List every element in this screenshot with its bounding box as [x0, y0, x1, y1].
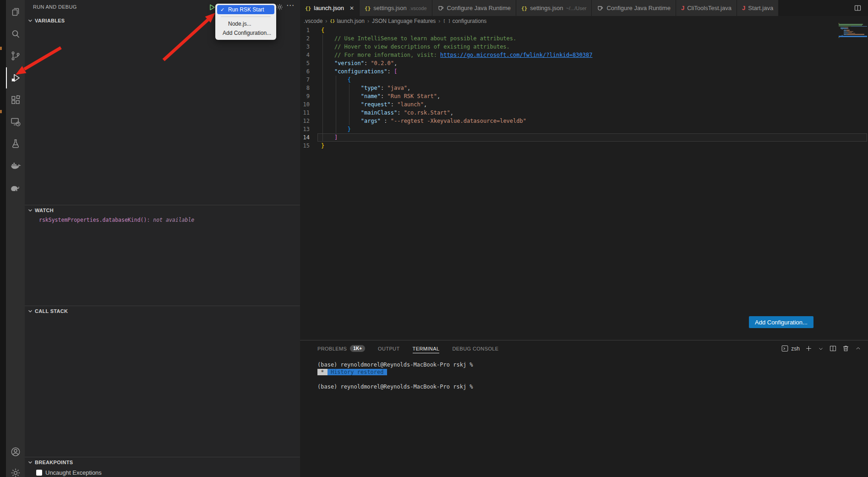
breadcrumb-item[interactable]: .vscode — [304, 18, 322, 24]
launch-profile-dropdown-icon[interactable] — [818, 345, 824, 352]
line-number: 8 — [300, 84, 310, 92]
code-line[interactable]: 4 // For more information, visit: https:… — [300, 51, 868, 59]
shell-terminal-icon[interactable]: zsh — [781, 345, 800, 352]
menu-item-node-js-[interactable]: Node.js... — [217, 19, 274, 28]
editor-tab-configure-java-runtime[interactable]: Configure Java Runtime — [592, 0, 676, 16]
sidebar-more-actions-icon[interactable]: ⋯ — [286, 0, 295, 10]
code-editor[interactable]: 1{2 // Use IntelliSense to learn about p… — [300, 26, 868, 340]
kill-terminal-icon[interactable] — [842, 345, 850, 352]
activity-extensions-icon[interactable] — [10, 94, 21, 105]
code-line[interactable]: 8 "type": "java", — [300, 84, 868, 92]
code-text: // For more information, visit: https://… — [310, 51, 592, 59]
code-line[interactable]: 11 "mainClass": "co.rsk.Start", — [300, 109, 868, 117]
menu-item-label: Node.js... — [228, 21, 251, 27]
maximize-panel-icon[interactable] — [855, 345, 862, 352]
code-line[interactable]: 5 "version": "0.2.0", — [300, 59, 868, 67]
code-line[interactable]: 13 } — [300, 125, 868, 133]
tab-label: settings.json — [373, 5, 406, 11]
code-line[interactable]: 6 "configurations": [ — [300, 67, 868, 76]
watch-expression[interactable]: rskSystemProperties.databaseKind(): not … — [39, 217, 300, 223]
activity-bar — [6, 0, 25, 477]
activity-source-control-icon[interactable] — [10, 50, 21, 61]
line-number: 12 — [300, 117, 310, 125]
activity-bar-bottom — [6, 446, 25, 477]
activity-remote-explorer-icon[interactable] — [10, 116, 21, 127]
start-debugging-play-icon[interactable] — [208, 4, 216, 13]
breadcrumb-item[interactable]: JSON Language Features — [372, 18, 436, 24]
breadcrumb: .vscode›{}launch.json›JSON Language Feat… — [300, 16, 868, 26]
tab-label: launch.json — [314, 5, 344, 11]
problems-count-badge: 1K+ — [350, 345, 365, 352]
activity-docker-icon[interactable] — [10, 160, 21, 171]
activity-run-and-debug-icon[interactable] — [10, 72, 21, 83]
activity-search-icon[interactable] — [10, 28, 21, 39]
editor-tab-configure-java-runtime[interactable]: Configure Java Runtime — [432, 0, 516, 16]
line-number: 4 — [300, 51, 310, 59]
code-line[interactable]: 3 // Hover to view descriptions of exist… — [300, 43, 868, 51]
panel-tab-problems[interactable]: PROBLEMS1K+ — [317, 340, 365, 356]
panel-tab-label: OUTPUT — [378, 346, 400, 351]
editor-tab-settings-json[interactable]: {}settings.json~/.../User — [516, 0, 592, 16]
activity-explorer-icon[interactable] — [10, 6, 21, 17]
watch-section: WATCH rskSystemProperties.databaseKind()… — [25, 205, 300, 223]
menu-item-add-configuration-[interactable]: Add Configuration... — [217, 28, 274, 38]
line-number: 1 — [300, 26, 310, 34]
split-editor-icon[interactable] — [854, 0, 868, 16]
check-icon: ✓ — [220, 7, 226, 13]
edge-marker — [0, 47, 2, 50]
activity-settings-icon[interactable] — [10, 467, 21, 477]
json-file-icon: {} — [521, 5, 527, 11]
uncaught-exceptions-checkbox[interactable] — [36, 470, 42, 476]
code-text: "configurations": [ — [310, 67, 397, 76]
code-line[interactable]: 9 "name": "Run RSK Start", — [300, 92, 868, 100]
breakpoints-section-header[interactable]: BREAKPOINTS — [25, 457, 300, 467]
line-number: 5 — [300, 59, 310, 67]
line-number: 13 — [300, 125, 310, 133]
split-terminal-icon[interactable] — [829, 345, 837, 352]
code-line[interactable]: 14 ] — [300, 133, 868, 142]
editor-region: {}launch.json✕{}settings.json.vscodeConf… — [300, 0, 868, 340]
code-line[interactable]: 1{ — [300, 26, 868, 34]
new-terminal-icon[interactable] — [805, 345, 813, 352]
terminal-line — [317, 376, 868, 383]
breadcrumb-item[interactable]: [ ]configurations — [443, 18, 486, 24]
editor-tab-clitoolstest-java[interactable]: JCliToolsTest.java — [676, 0, 737, 16]
code-line[interactable]: 15} — [300, 142, 868, 150]
code-link[interactable]: https://go.microsoft.com/fwlink/?linkid=… — [440, 52, 592, 58]
terminal-line: (base) reynoldmorel@Reynolds-MacBook-Pro… — [317, 383, 868, 390]
call-stack-section-header[interactable]: CALL STACK — [25, 306, 300, 316]
breadcrumb-label: .vscode — [304, 18, 322, 24]
java-runtime-file-icon — [597, 5, 604, 11]
call-stack-label: CALL STACK — [35, 308, 68, 314]
add-configuration-button[interactable]: Add Configuration... — [749, 316, 813, 328]
close-icon[interactable]: ✕ — [349, 5, 354, 11]
code-line[interactable]: 12 "args" : "--regtest -Xkeyvalue.dataso… — [300, 117, 868, 125]
minimap-line — [839, 37, 867, 38]
panel-tab-debug-console[interactable]: DEBUG CONSOLE — [452, 340, 498, 356]
debug-settings-gear-icon[interactable] — [276, 3, 284, 11]
code-line[interactable]: 2 // Use IntelliSense to learn about pos… — [300, 34, 868, 43]
panel-tab-label: TERMINAL — [413, 346, 440, 351]
line-number: 3 — [300, 43, 310, 51]
activity-testing-icon[interactable] — [10, 138, 21, 149]
menu-item-label: Run RSK Start — [228, 6, 264, 13]
menu-separator — [221, 16, 271, 17]
breadcrumb-item[interactable]: {}launch.json — [330, 18, 365, 24]
window-edge-strip — [0, 0, 6, 477]
menu-item-run-rsk-start[interactable]: ✓Run RSK Start — [217, 5, 274, 14]
activity-accounts-icon[interactable] — [10, 446, 21, 457]
line-number: 10 — [300, 100, 310, 109]
editor-tab-start-java[interactable]: JStart.java — [737, 0, 779, 16]
panel-tab-terminal[interactable]: TERMINAL — [413, 340, 440, 356]
code-line[interactable]: 10 "request": "launch", — [300, 100, 868, 109]
sidebar-title: RUN AND DEBUG — [33, 4, 77, 10]
panel-tab-output[interactable]: OUTPUT — [378, 340, 400, 356]
editor-tab-launch-json[interactable]: {}launch.json✕ — [300, 0, 360, 16]
watch-section-header[interactable]: WATCH — [25, 205, 300, 215]
terminal-output[interactable]: (base) reynoldmorel@Reynolds-MacBook-Pro… — [300, 356, 868, 390]
code-line[interactable]: 7 { — [300, 76, 868, 84]
launch-configuration-dropdown: ✓Run RSK StartNode.js...Add Configuratio… — [215, 4, 276, 40]
minimap[interactable] — [839, 23, 867, 43]
activity-gradle-icon[interactable] — [10, 182, 21, 193]
editor-tab-settings-json[interactable]: {}settings.json.vscode — [360, 0, 432, 16]
